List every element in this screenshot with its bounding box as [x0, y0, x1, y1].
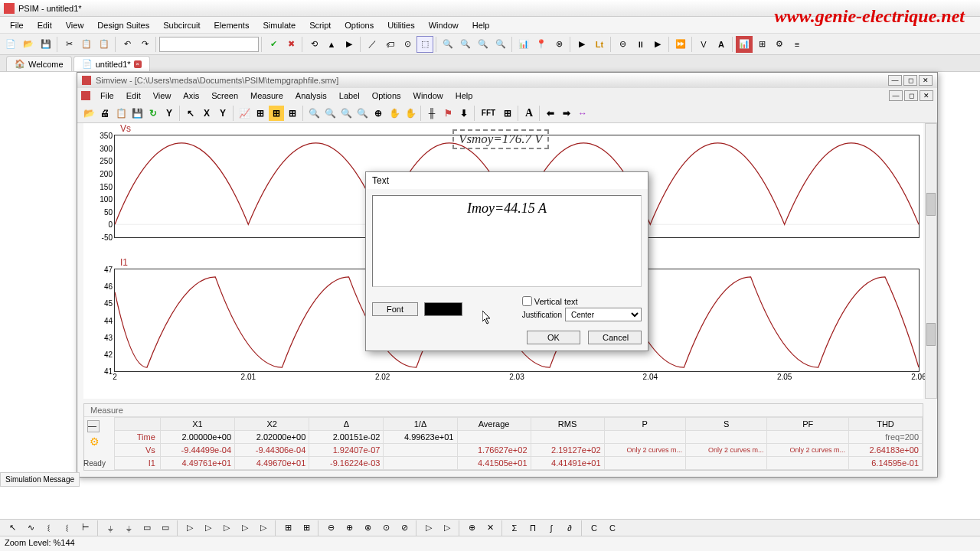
table-row[interactable]: Time 2.00000e+002.02000e+00 2.00151e-024…: [114, 431, 922, 444]
measure-settings-icon[interactable]: ⚙: [87, 435, 101, 449]
sv-next-icon[interactable]: ➡: [559, 106, 574, 121]
vertical-scrollbar[interactable]: [925, 123, 937, 399]
wire-icon[interactable]: ／: [364, 36, 381, 53]
menu-subcircuit[interactable]: Subcircuit: [157, 19, 206, 31]
justification-select[interactable]: Center: [565, 308, 642, 321]
open-icon[interactable]: 📂: [20, 36, 37, 53]
copy-icon[interactable]: 📋: [78, 36, 95, 53]
comp-pi-icon[interactable]: Π: [524, 520, 541, 536]
comp-inductor-icon[interactable]: ⧙: [59, 520, 76, 536]
sv-zoomfit-icon[interactable]: 🔍: [354, 106, 370, 121]
comp-xref-icon[interactable]: ✕: [482, 520, 498, 536]
cut-icon[interactable]: ✂: [60, 36, 77, 53]
comp-wave-icon[interactable]: ∿: [22, 520, 39, 536]
sv-menu-screen[interactable]: Screen: [206, 90, 243, 102]
comp-source-icon[interactable]: ⊖: [322, 520, 339, 536]
lt-icon[interactable]: Lt: [591, 36, 608, 53]
sv-menu-options[interactable]: Options: [367, 90, 407, 102]
comp-diff-icon[interactable]: ∂: [561, 520, 578, 536]
sv-grid1-icon[interactable]: ⊞: [253, 106, 268, 121]
comp-bridge-icon[interactable]: ⊞: [279, 520, 296, 536]
play-icon[interactable]: ▶: [649, 36, 666, 53]
free-run-icon[interactable]: ⏩: [672, 36, 689, 53]
zoom-area-icon[interactable]: 🔍: [492, 36, 509, 53]
menu-help[interactable]: Help: [466, 19, 496, 31]
sv-pan-icon[interactable]: ✋: [387, 106, 402, 121]
sv-add-curve-icon[interactable]: 📈: [237, 106, 252, 121]
check-icon[interactable]: ✔: [265, 36, 282, 53]
vs-annotation[interactable]: Vsmoy=176.7 V: [452, 129, 549, 149]
sv-zoomy-icon[interactable]: 🔍: [338, 106, 354, 121]
comp-c2-icon[interactable]: C: [604, 520, 621, 536]
sv-grid3-icon[interactable]: ⊞: [285, 106, 300, 121]
sv-zoom-icon[interactable]: 🔍: [306, 106, 322, 121]
comp-mosfet-icon[interactable]: ▷: [237, 520, 253, 536]
sv-menu-label[interactable]: Label: [334, 90, 365, 102]
color-swatch[interactable]: [424, 302, 462, 316]
comp-ground-2-icon[interactable]: ⏚: [120, 520, 137, 536]
menu-script[interactable]: Script: [303, 19, 337, 31]
ok-button[interactable]: OK: [527, 331, 580, 344]
minimize-icon[interactable]: —: [888, 75, 902, 86]
volt-probe-icon[interactable]: V: [695, 36, 712, 53]
table-row[interactable]: Vs -9.44499e-04-9.44306e-04 1.92407e-07 …: [114, 444, 922, 457]
sv-pan2-icon[interactable]: ✋: [403, 106, 418, 121]
menu-edit[interactable]: Edit: [31, 19, 58, 31]
stop-icon[interactable]: ⊖: [614, 36, 631, 53]
sv-range-icon[interactable]: ↔: [575, 106, 590, 121]
sv-grid2-icon[interactable]: ⊞: [269, 106, 284, 121]
simulation-message-tab[interactable]: Simulation Message: [0, 472, 80, 487]
amp-probe-icon[interactable]: A: [713, 36, 730, 53]
comp-int-icon[interactable]: ∫: [543, 520, 560, 536]
close-icon[interactable]: ×: [134, 60, 142, 68]
measure-collapse-icon[interactable]: —: [87, 420, 100, 432]
comp-igbt-icon[interactable]: ▷: [255, 520, 272, 536]
sv-prev-icon[interactable]: ⬅: [543, 106, 558, 121]
save-icon[interactable]: 💾: [38, 36, 54, 53]
sv-fft-icon[interactable]: FFT: [478, 106, 499, 121]
comp-thyristor-icon[interactable]: ▷: [200, 520, 217, 536]
wave-tool-icon[interactable]: 📊: [736, 36, 753, 53]
comp-block-icon[interactable]: ▭: [139, 520, 155, 536]
sv-menu-analysis[interactable]: Analysis: [290, 90, 332, 102]
scope-icon[interactable]: 📊: [515, 36, 532, 53]
comp-arrow-icon[interactable]: ↖: [4, 520, 21, 536]
sv-zoomx-icon[interactable]: 🔍: [322, 106, 338, 121]
sv-target-icon[interactable]: ⊕: [371, 106, 386, 121]
comp-bridge2-icon[interactable]: ⊞: [298, 520, 315, 536]
sv-menu-axis[interactable]: Axis: [178, 90, 204, 102]
close-window-icon[interactable]: ✕: [919, 75, 933, 86]
redo-icon[interactable]: ↷: [136, 36, 153, 53]
cancel-sim-icon[interactable]: ✖: [283, 36, 299, 53]
comp-not-icon[interactable]: ▷: [420, 520, 437, 536]
flip-v-icon[interactable]: ▶: [341, 36, 358, 53]
zoom-out-icon[interactable]: 🔍: [475, 36, 492, 53]
comp-ref-icon[interactable]: ⊕: [463, 520, 480, 536]
comp-source5-icon[interactable]: ⊘: [396, 520, 413, 536]
sv-menu-window[interactable]: Window: [408, 90, 449, 102]
menu-view[interactable]: View: [60, 19, 90, 31]
sv-y-icon[interactable]: Y: [215, 106, 230, 121]
sv-cursor1-icon[interactable]: ╫: [424, 106, 439, 121]
node-icon[interactable]: ⊙: [399, 36, 416, 53]
sv-flag-icon[interactable]: ⚑: [440, 106, 456, 121]
flip-h-icon[interactable]: ▲: [323, 36, 340, 53]
sv-cursor-icon[interactable]: ↖: [183, 106, 198, 121]
sv-fft-icon-2[interactable]: ⊞: [500, 106, 515, 121]
comp-source3-icon[interactable]: ⊗: [359, 520, 376, 536]
comp-source2-icon[interactable]: ⊕: [341, 520, 358, 536]
sv-menu-edit[interactable]: Edit: [121, 90, 146, 102]
sv-open-icon[interactable]: 📂: [81, 106, 96, 121]
sv-x-icon[interactable]: X: [199, 106, 214, 121]
menu-options[interactable]: Options: [338, 19, 380, 31]
vertical-text-checkbox[interactable]: Vertical text: [522, 296, 578, 306]
sv-menu-view[interactable]: View: [148, 90, 177, 102]
menu-elements[interactable]: Elements: [208, 19, 256, 31]
comp-block2-icon[interactable]: ▭: [157, 520, 174, 536]
run-icon[interactable]: ▶: [573, 36, 590, 53]
child-close-icon[interactable]: ✕: [920, 90, 933, 101]
sv-text-icon[interactable]: A: [521, 106, 537, 121]
text-input[interactable]: [372, 195, 642, 287]
zoom-fit-icon[interactable]: 🔍: [439, 36, 456, 53]
pause-icon[interactable]: ⏸: [632, 36, 648, 53]
